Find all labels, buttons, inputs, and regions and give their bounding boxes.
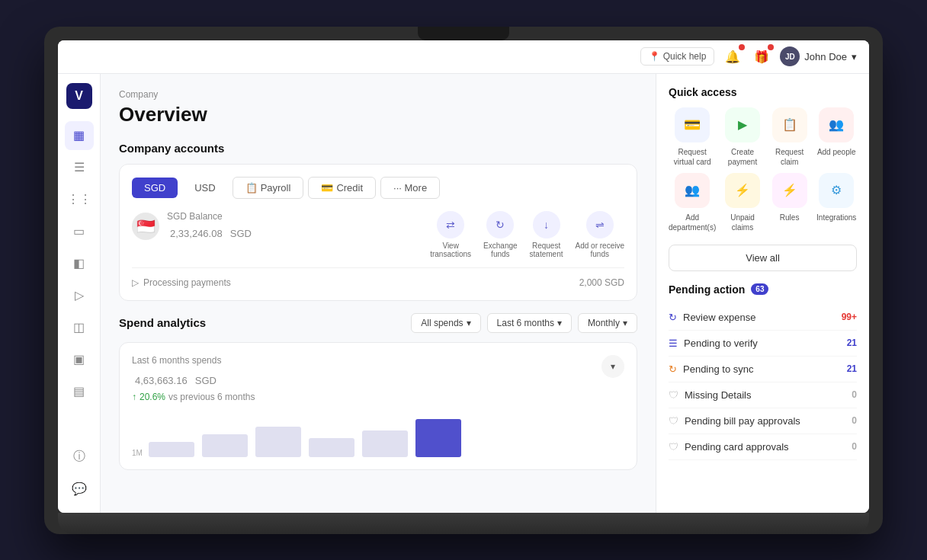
unpaid-icon: ⚡ [725,173,760,208]
bill-pay-icon: 🛡 [669,415,678,427]
chart-y-label: 1M [132,449,143,457]
virtual-card-icon: 💳 [675,107,710,142]
qa-rules[interactable]: ⚡ Rules [769,173,810,232]
tab-payroll[interactable]: 📋 Payroll [233,177,304,199]
notification-button[interactable]: 🔔 [722,46,743,67]
pending-title: Pending action [669,283,745,296]
sidebar-item-help[interactable]: ⓘ [65,443,94,472]
pending-item-review-expense[interactable]: ↻ Review expense 99+ [669,305,857,331]
svg-rect-4 [362,430,408,457]
show-more-button[interactable]: ▾ [601,355,624,378]
qa-integrations[interactable]: ⚙ Integrations [816,173,857,232]
sidebar-item-video[interactable]: ▣ [65,345,94,374]
bill-pay-count: 0 [852,415,857,426]
review-expense-count: 99+ [842,312,857,322]
claim-icon: 📋 [772,107,807,142]
qa-unpaid-claims[interactable]: ⚡ Unpaid claims [722,173,763,232]
pending-item-bill-pay[interactable]: 🛡 Pending bill pay approvals 0 [669,408,857,434]
bar-chart [149,411,515,457]
processing-icon: ▷ [132,277,139,288]
chevron-down-icon: ▾ [611,361,615,372]
tab-more[interactable]: ··· More [380,177,440,199]
svg-rect-1 [202,434,248,457]
sidebar: V ▦ ☰ ⋮⋮ ▭ ◧ ▷ ◫ ▣ ▤ ⓘ 💬 [58,74,101,513]
sidebar-item-play[interactable]: ▷ [65,281,94,310]
verify-count: 21 [847,338,857,348]
pending-list: ↻ Review expense 99+ ☰ Pending to verify… [669,305,857,460]
card-approvals-count: 0 [852,441,857,452]
action-request-statement[interactable]: ↓ Requeststatement [530,211,563,258]
sidebar-item-doc[interactable]: ◧ [65,249,94,278]
accounts-section-title: Company accounts [119,142,637,155]
filter-spends[interactable]: All spends ▾ [411,313,480,333]
action-add-receive[interactable]: ⇌ Add or receivefunds [576,211,624,258]
gift-badge [768,44,774,50]
sidebar-item-book[interactable]: ◫ [65,313,94,342]
qa-create-payment[interactable]: ▶ Create payment [722,107,763,167]
notification-badge [739,44,745,50]
quick-help-button[interactable]: 📍 Quick help [640,47,715,66]
sync-label: Pending to sync [683,363,754,375]
chart-area: 1M [132,411,624,457]
svg-rect-3 [309,438,354,457]
gift-button[interactable]: 🎁 [751,46,772,67]
sidebar-item-people[interactable]: ⋮⋮ [65,185,94,214]
tab-credit[interactable]: 💳 Credit [308,177,376,199]
user-menu[interactable]: JD John Doe ▾ [780,46,857,66]
analytics-header: Spend analytics All spends ▾ Last 6 mont… [119,313,637,333]
pending-item-card-approvals[interactable]: 🛡 Pending card approvals 0 [669,434,857,460]
verify-icon: ☰ [669,338,678,349]
accounts-card: SGD USD 📋 Payroll 💳 Credit ··· More 🇸🇬 [119,164,637,301]
missing-details-icon: 🛡 [669,389,678,401]
balance-label: SGD Balance [167,211,252,222]
missing-details-label: Missing Details [685,389,751,401]
qa-request-claim[interactable]: 📋 Request claim [769,107,810,167]
bell-icon: 🔔 [725,50,740,64]
pending-count-badge: 63 [751,283,768,295]
action-icons: ⇄ Viewtransactions ↻ Exchangefunds ↓ Req… [430,211,624,258]
chevron-down-icon: ▾ [852,51,857,62]
pending-item-sync[interactable]: ↻ Pending to sync 21 [669,357,857,382]
pending-section-header: Pending action 63 [669,283,857,296]
qa-virtual-card[interactable]: 💳 Request virtual card [669,107,716,167]
account-tabs: SGD USD 📋 Payroll 💳 Credit ··· More [132,177,624,199]
sidebar-item-list[interactable]: ☰ [65,153,94,182]
sync-count: 21 [847,363,857,374]
chevron-down-icon: ▾ [557,318,562,328]
qa-add-people[interactable]: 👥 Add people [816,107,857,167]
chevron-down-icon: ▾ [623,318,627,328]
payment-icon: ▶ [725,107,760,142]
qa-add-department[interactable]: 👥 Add department(s) [669,173,716,232]
processing-amount: 2,000 SGD [579,277,624,288]
balance-amount: 2,33,246.08 SGD [167,222,252,242]
view-all-button[interactable]: View all [669,245,857,271]
user-name: John Doe [804,51,847,62]
action-view-transactions[interactable]: ⇄ Viewtransactions [430,211,471,258]
rules-icon: ⚡ [772,173,807,208]
balance-row: 🇸🇬 SGD Balance 2,33,246.08 SGD [132,211,624,258]
tab-usd[interactable]: USD [182,178,227,198]
sidebar-item-text[interactable]: ▤ [65,377,94,406]
filter-period[interactable]: Last 6 months ▾ [487,313,572,333]
bill-pay-label: Pending bill pay approvals [685,415,800,427]
analytics-amount: 4,63,663.16 SGD [132,369,255,389]
logo: V [66,83,92,109]
missing-details-count: 0 [852,389,857,400]
analytics-label: Last 6 months spends [132,355,255,366]
filter-view[interactable]: Monthly ▾ [578,313,637,333]
pending-item-missing-details[interactable]: 🛡 Missing Details 0 [669,382,857,408]
pending-item-verify[interactable]: ☰ Pending to verify 21 [669,331,857,357]
integrations-icon: ⚙ [819,173,854,208]
tab-sgd[interactable]: SGD [132,178,178,198]
top-bar: 📍 Quick help 🔔 🎁 JD John Doe ▾ [58,40,869,74]
sidebar-item-card[interactable]: ▭ [65,217,94,246]
avatar: JD [780,46,800,66]
svg-rect-0 [149,442,194,457]
sidebar-item-chat[interactable]: 💬 [65,475,94,504]
sync-icon: ↻ [669,363,677,375]
action-exchange-funds[interactable]: ↻ Exchangefunds [483,211,517,258]
sidebar-item-dashboard[interactable]: ▦ [65,121,94,150]
statement-icon: ↓ [533,211,560,238]
quick-access-title: Quick access [669,86,857,98]
exchange-icon: ↻ [486,211,514,238]
